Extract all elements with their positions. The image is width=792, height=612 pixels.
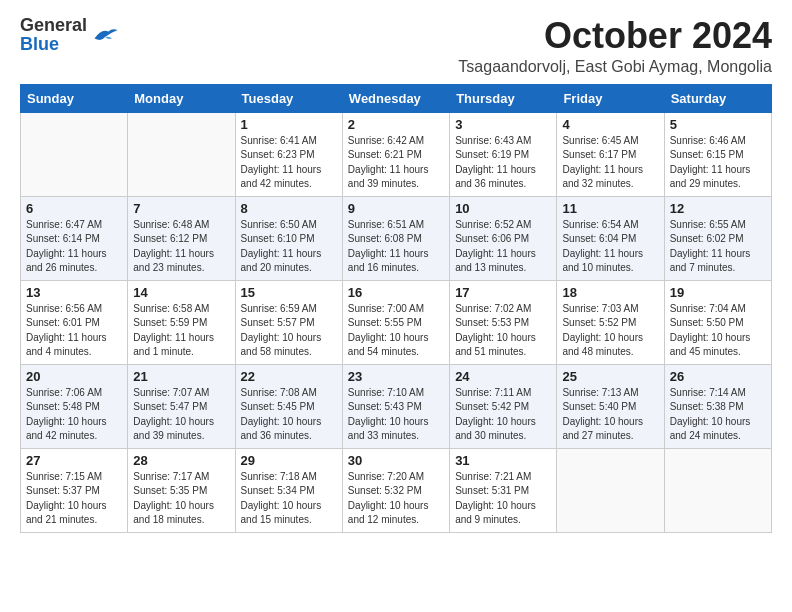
calendar-header-row: SundayMondayTuesdayWednesdayThursdayFrid…: [21, 84, 772, 112]
calendar-day-cell: 23Sunrise: 7:10 AM Sunset: 5:43 PM Dayli…: [342, 364, 449, 448]
day-number: 13: [26, 285, 122, 300]
calendar-week-row: 6Sunrise: 6:47 AM Sunset: 6:14 PM Daylig…: [21, 196, 772, 280]
day-number: 23: [348, 369, 444, 384]
day-number: 28: [133, 453, 229, 468]
calendar-day-cell: 25Sunrise: 7:13 AM Sunset: 5:40 PM Dayli…: [557, 364, 664, 448]
day-info: Sunrise: 7:07 AM Sunset: 5:47 PM Dayligh…: [133, 386, 229, 444]
day-info: Sunrise: 6:43 AM Sunset: 6:19 PM Dayligh…: [455, 134, 551, 192]
day-info: Sunrise: 6:55 AM Sunset: 6:02 PM Dayligh…: [670, 218, 766, 276]
day-info: Sunrise: 7:14 AM Sunset: 5:38 PM Dayligh…: [670, 386, 766, 444]
calendar-day-cell: 16Sunrise: 7:00 AM Sunset: 5:55 PM Dayli…: [342, 280, 449, 364]
calendar-day-cell: 12Sunrise: 6:55 AM Sunset: 6:02 PM Dayli…: [664, 196, 771, 280]
calendar-day-cell: 6Sunrise: 6:47 AM Sunset: 6:14 PM Daylig…: [21, 196, 128, 280]
day-info: Sunrise: 7:21 AM Sunset: 5:31 PM Dayligh…: [455, 470, 551, 528]
day-number: 18: [562, 285, 658, 300]
day-of-week-header: Friday: [557, 84, 664, 112]
calendar-day-cell: 20Sunrise: 7:06 AM Sunset: 5:48 PM Dayli…: [21, 364, 128, 448]
day-info: Sunrise: 7:00 AM Sunset: 5:55 PM Dayligh…: [348, 302, 444, 360]
calendar-day-cell: 3Sunrise: 6:43 AM Sunset: 6:19 PM Daylig…: [450, 112, 557, 196]
day-number: 1: [241, 117, 337, 132]
logo: General Blue: [20, 16, 119, 54]
day-info: Sunrise: 6:47 AM Sunset: 6:14 PM Dayligh…: [26, 218, 122, 276]
day-info: Sunrise: 6:50 AM Sunset: 6:10 PM Dayligh…: [241, 218, 337, 276]
day-info: Sunrise: 7:20 AM Sunset: 5:32 PM Dayligh…: [348, 470, 444, 528]
calendar-day-cell: [128, 112, 235, 196]
day-info: Sunrise: 7:18 AM Sunset: 5:34 PM Dayligh…: [241, 470, 337, 528]
calendar-table: SundayMondayTuesdayWednesdayThursdayFrid…: [20, 84, 772, 533]
calendar-day-cell: 21Sunrise: 7:07 AM Sunset: 5:47 PM Dayli…: [128, 364, 235, 448]
logo-blue-text: Blue: [20, 34, 59, 54]
logo-bird-icon: [91, 24, 119, 46]
day-of-week-header: Sunday: [21, 84, 128, 112]
calendar-day-cell: 18Sunrise: 7:03 AM Sunset: 5:52 PM Dayli…: [557, 280, 664, 364]
day-number: 25: [562, 369, 658, 384]
day-number: 24: [455, 369, 551, 384]
month-title: October 2024: [458, 16, 772, 56]
day-number: 30: [348, 453, 444, 468]
day-info: Sunrise: 6:56 AM Sunset: 6:01 PM Dayligh…: [26, 302, 122, 360]
day-number: 19: [670, 285, 766, 300]
calendar-day-cell: 27Sunrise: 7:15 AM Sunset: 5:37 PM Dayli…: [21, 448, 128, 532]
day-info: Sunrise: 6:45 AM Sunset: 6:17 PM Dayligh…: [562, 134, 658, 192]
day-info: Sunrise: 7:06 AM Sunset: 5:48 PM Dayligh…: [26, 386, 122, 444]
calendar-day-cell: 8Sunrise: 6:50 AM Sunset: 6:10 PM Daylig…: [235, 196, 342, 280]
day-number: 21: [133, 369, 229, 384]
day-info: Sunrise: 6:48 AM Sunset: 6:12 PM Dayligh…: [133, 218, 229, 276]
day-info: Sunrise: 7:08 AM Sunset: 5:45 PM Dayligh…: [241, 386, 337, 444]
logo-general-text: General: [20, 15, 87, 35]
calendar-day-cell: [664, 448, 771, 532]
calendar-day-cell: 4Sunrise: 6:45 AM Sunset: 6:17 PM Daylig…: [557, 112, 664, 196]
calendar-day-cell: 24Sunrise: 7:11 AM Sunset: 5:42 PM Dayli…: [450, 364, 557, 448]
day-of-week-header: Saturday: [664, 84, 771, 112]
calendar-week-row: 13Sunrise: 6:56 AM Sunset: 6:01 PM Dayli…: [21, 280, 772, 364]
day-of-week-header: Wednesday: [342, 84, 449, 112]
day-info: Sunrise: 6:46 AM Sunset: 6:15 PM Dayligh…: [670, 134, 766, 192]
day-number: 27: [26, 453, 122, 468]
day-info: Sunrise: 6:52 AM Sunset: 6:06 PM Dayligh…: [455, 218, 551, 276]
location-title: Tsagaandorvolj, East Gobi Aymag, Mongoli…: [458, 58, 772, 76]
calendar-day-cell: 26Sunrise: 7:14 AM Sunset: 5:38 PM Dayli…: [664, 364, 771, 448]
day-number: 9: [348, 201, 444, 216]
calendar-day-cell: 10Sunrise: 6:52 AM Sunset: 6:06 PM Dayli…: [450, 196, 557, 280]
day-number: 26: [670, 369, 766, 384]
day-number: 4: [562, 117, 658, 132]
day-info: Sunrise: 7:11 AM Sunset: 5:42 PM Dayligh…: [455, 386, 551, 444]
day-info: Sunrise: 7:10 AM Sunset: 5:43 PM Dayligh…: [348, 386, 444, 444]
calendar-day-cell: 2Sunrise: 6:42 AM Sunset: 6:21 PM Daylig…: [342, 112, 449, 196]
day-number: 5: [670, 117, 766, 132]
day-number: 7: [133, 201, 229, 216]
day-info: Sunrise: 7:17 AM Sunset: 5:35 PM Dayligh…: [133, 470, 229, 528]
day-number: 3: [455, 117, 551, 132]
day-info: Sunrise: 6:42 AM Sunset: 6:21 PM Dayligh…: [348, 134, 444, 192]
calendar-day-cell: [21, 112, 128, 196]
calendar-day-cell: 19Sunrise: 7:04 AM Sunset: 5:50 PM Dayli…: [664, 280, 771, 364]
day-info: Sunrise: 7:04 AM Sunset: 5:50 PM Dayligh…: [670, 302, 766, 360]
day-of-week-header: Tuesday: [235, 84, 342, 112]
day-number: 17: [455, 285, 551, 300]
day-info: Sunrise: 6:54 AM Sunset: 6:04 PM Dayligh…: [562, 218, 658, 276]
day-number: 14: [133, 285, 229, 300]
day-info: Sunrise: 6:58 AM Sunset: 5:59 PM Dayligh…: [133, 302, 229, 360]
calendar-day-cell: 5Sunrise: 6:46 AM Sunset: 6:15 PM Daylig…: [664, 112, 771, 196]
day-number: 2: [348, 117, 444, 132]
title-section: October 2024 Tsagaandorvolj, East Gobi A…: [458, 16, 772, 76]
calendar-day-cell: 31Sunrise: 7:21 AM Sunset: 5:31 PM Dayli…: [450, 448, 557, 532]
day-info: Sunrise: 7:13 AM Sunset: 5:40 PM Dayligh…: [562, 386, 658, 444]
day-number: 15: [241, 285, 337, 300]
day-info: Sunrise: 6:51 AM Sunset: 6:08 PM Dayligh…: [348, 218, 444, 276]
calendar-day-cell: 22Sunrise: 7:08 AM Sunset: 5:45 PM Dayli…: [235, 364, 342, 448]
calendar-day-cell: 7Sunrise: 6:48 AM Sunset: 6:12 PM Daylig…: [128, 196, 235, 280]
day-number: 31: [455, 453, 551, 468]
day-number: 8: [241, 201, 337, 216]
day-number: 22: [241, 369, 337, 384]
calendar-day-cell: 29Sunrise: 7:18 AM Sunset: 5:34 PM Dayli…: [235, 448, 342, 532]
day-number: 29: [241, 453, 337, 468]
calendar-day-cell: 11Sunrise: 6:54 AM Sunset: 6:04 PM Dayli…: [557, 196, 664, 280]
day-info: Sunrise: 6:59 AM Sunset: 5:57 PM Dayligh…: [241, 302, 337, 360]
day-number: 16: [348, 285, 444, 300]
day-number: 20: [26, 369, 122, 384]
day-info: Sunrise: 7:03 AM Sunset: 5:52 PM Dayligh…: [562, 302, 658, 360]
day-of-week-header: Thursday: [450, 84, 557, 112]
calendar-day-cell: 9Sunrise: 6:51 AM Sunset: 6:08 PM Daylig…: [342, 196, 449, 280]
day-number: 11: [562, 201, 658, 216]
